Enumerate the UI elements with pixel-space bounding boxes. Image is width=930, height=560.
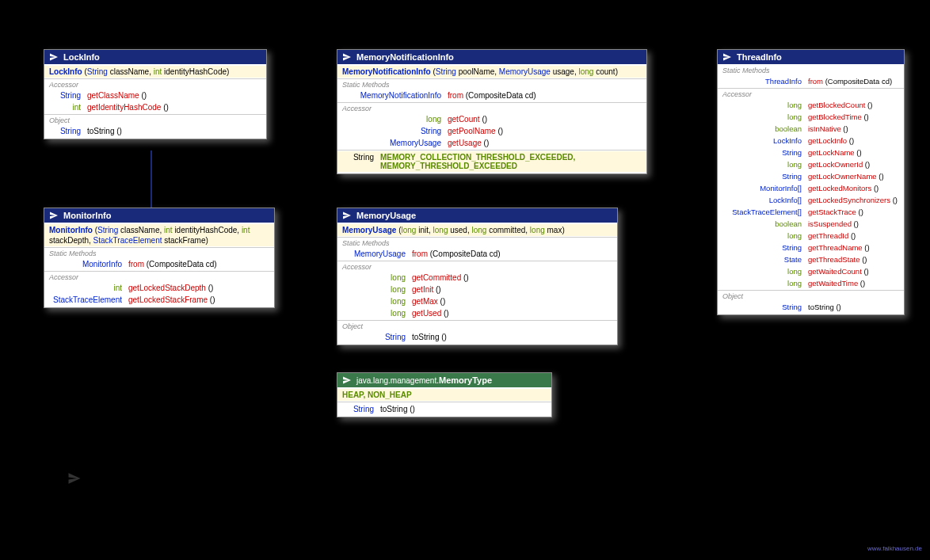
section-label: Accessor [337,104,646,113]
class-icon [342,52,352,62]
method-row: StringgetLockOwnerName () [718,170,904,182]
constructor: MemoryUsage (long init, long used, long … [337,224,617,236]
package-icon [67,471,82,490]
method-row: MemoryUsagegetUsage () [337,137,646,149]
class-memorynotificationinfo: MemoryNotificationInfo MemoryNotificatio… [337,49,647,174]
class-icon [342,211,352,220]
method-row: intgetLockedStackDepth () [44,282,274,294]
attribution-link[interactable]: www.falkhausen.de [867,545,922,552]
enum-name: MemoryType [439,375,492,385]
class-name: MemoryUsage [356,211,416,220]
method-row: longgetMax () [337,295,617,307]
constants: StringMEMORY_COLLECTION_THRESHOLD_EXCEED… [337,151,646,172]
method-row: booleanisSuspended () [718,218,904,230]
method-row: ThreadInfofrom (CompositeData cd) [718,75,904,87]
method-row: intgetIdentityHashCode () [44,101,266,113]
method-row: StringgetClassName () [44,90,266,101]
enum-package: java.lang.management. [356,376,439,385]
method-row: StringgetPoolName () [337,125,646,137]
section-label: Accessor [337,262,617,272]
section-label: Object [718,291,904,301]
method-row: MonitorInfofrom (CompositeData cd) [44,258,274,270]
constructor: LockInfo (String className, int identity… [44,66,266,78]
method-row: longgetInit () [337,284,617,295]
section-label: Object [337,322,617,331]
method-row: StringtoString () [718,301,904,313]
class-name: MemoryNotificationInfo [356,52,454,62]
method-row: LockInfogetLockInfo () [718,135,904,147]
method-row: StackTraceElement[]getStackTrace () [718,206,904,218]
class-name: MonitorInfo [63,211,111,220]
section-label: Static Methods [718,66,904,75]
method-row: MemoryNotificationInfofrom (CompositeDat… [337,90,646,101]
section-label: Static Methods [337,80,646,90]
method-row: LockInfo[]getLockedSynchronizers () [718,194,904,206]
class-monitorinfo: MonitorInfo MonitorInfo (String classNam… [44,208,275,308]
enum-title: java.lang.management.MemoryType [337,373,551,387]
method-row: StringtoString () [44,125,266,137]
class-name: LockInfo [63,52,100,62]
method-row: longgetWaitedTime () [718,277,904,289]
class-icon [722,52,732,62]
section-label: Accessor [44,272,274,282]
method-row: longgetLockOwnerId () [718,158,904,170]
class-title: MonitorInfo [44,208,274,223]
class-threadinfo: ThreadInfo Static MethodsThreadInfofrom … [717,49,905,315]
enum-values: HEAP, NON_HEAP [337,389,551,401]
class-title: MemoryUsage [337,208,617,223]
enum-memorytype: java.lang.management.MemoryType HEAP, NO… [337,372,552,417]
method-row: StategetThreadState () [718,253,904,265]
method-row: MemoryUsagefrom (CompositeData cd) [337,248,617,260]
class-name: ThreadInfo [737,52,782,62]
inheritance-connector [151,150,152,210]
section-label: Static Methods [337,238,617,248]
method-row: longgetCommitted () [337,272,617,284]
class-icon [49,211,59,220]
method-row: StringtoString () [337,403,551,415]
section-label: Static Methods [44,249,274,258]
class-memoryusage: MemoryUsage MemoryUsage (long init, long… [337,208,618,345]
method-row: longgetThreadId () [718,230,904,242]
constructor: MonitorInfo (String className, int ident… [44,224,274,246]
class-title: MemoryNotificationInfo [337,50,646,64]
method-row: StringgetLockName () [718,147,904,158]
method-row: longgetWaitedCount () [718,265,904,277]
method-row: StackTraceElementgetLockedStackFrame () [44,294,274,306]
method-row: StringtoString () [337,331,617,343]
method-row: longgetUsed () [337,307,617,319]
enum-icon [342,375,352,385]
package-label: java.lang.management [67,471,258,490]
class-title: ThreadInfo [718,50,904,64]
section-label: Object [44,116,266,125]
class-lockinfo: LockInfo LockInfo (String className, int… [44,49,267,139]
section-label: Accessor [44,80,266,90]
section-label: Accessor [718,90,904,99]
constructor: MemoryNotificationInfo (String poolName,… [337,66,646,78]
class-title: LockInfo [44,50,266,64]
method-row: MonitorInfo[]getLockedMonitors () [718,182,904,194]
method-row: longgetCount () [337,113,646,125]
class-icon [49,52,59,62]
method-row: longgetBlockedTime () [718,111,904,123]
method-row: booleanisInNative () [718,123,904,135]
method-row: StringgetThreadName () [718,242,904,253]
method-row: longgetBlockedCount () [718,99,904,111]
